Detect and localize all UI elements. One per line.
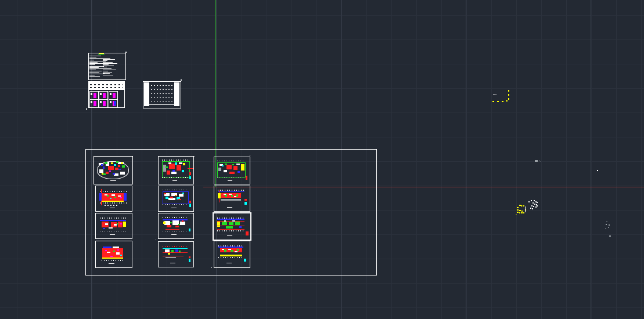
plan-element-m xyxy=(120,223,122,224)
plan-element-k xyxy=(166,257,176,258)
plan-element-w xyxy=(234,196,237,197)
plan-element-r xyxy=(189,256,191,258)
plan-element-tw xyxy=(217,230,244,231)
plan-element-w xyxy=(171,172,177,173)
stray-mark xyxy=(533,202,534,204)
notes-text-line xyxy=(103,62,113,63)
unit-cell xyxy=(99,99,108,108)
sheet-plan-04[interactable] xyxy=(95,186,132,212)
unit-cell-mark xyxy=(100,101,102,103)
sheet-plan-11[interactable] xyxy=(158,241,194,267)
unit-cell-blue-mark xyxy=(114,101,116,106)
notes-sheet[interactable] xyxy=(88,53,126,80)
notes-accent-green xyxy=(98,54,105,55)
plan-element-tw xyxy=(218,190,244,191)
stray-mark xyxy=(156,240,156,240)
plan-element-b xyxy=(218,191,244,192)
plan-element-b xyxy=(172,170,175,172)
plan-element-y xyxy=(218,193,221,198)
plan-element-w xyxy=(116,252,120,255)
plan-element-g xyxy=(170,222,172,223)
plan-element-tw xyxy=(163,190,188,191)
stray-mark xyxy=(211,267,212,268)
unit-cell xyxy=(89,99,99,108)
schedule-row-dashes xyxy=(151,102,173,102)
unit-cell-mark xyxy=(91,93,92,95)
plan-element-w xyxy=(235,251,238,252)
notes-text-line xyxy=(89,71,102,71)
notes-text-line xyxy=(103,75,113,75)
sheet-plan-09[interactable] xyxy=(213,212,251,241)
plan-element-tw xyxy=(218,245,243,246)
plan-element-tw xyxy=(217,177,245,178)
plan-element-w xyxy=(120,172,125,175)
schedule-row-dashes xyxy=(151,93,173,94)
unit-cell-highlight xyxy=(103,101,106,106)
plan-element-g xyxy=(117,223,118,225)
plan-element-g xyxy=(224,249,226,252)
model-space-viewport[interactable] xyxy=(0,0,644,319)
plan-element-r xyxy=(189,172,192,175)
sheet-plan-08[interactable] xyxy=(158,213,194,239)
plan-element-y xyxy=(121,162,123,164)
plan-element-tw xyxy=(217,217,244,219)
plan-element-r xyxy=(233,166,238,170)
sheet-plan-05[interactable] xyxy=(158,186,194,212)
notes-text-line xyxy=(89,62,98,63)
sheet-plan-03[interactable] xyxy=(214,157,250,184)
stray-mark xyxy=(519,212,520,213)
plan-element-tw xyxy=(163,231,188,232)
plan-element-y xyxy=(123,222,126,227)
plan-element-y xyxy=(102,173,103,174)
plan-element-r xyxy=(226,165,232,169)
notes-text-line xyxy=(103,67,107,67)
schedule-table[interactable] xyxy=(143,81,181,108)
plan-element-b xyxy=(100,220,126,222)
plan-element-w xyxy=(105,194,107,195)
sheet-plan-07[interactable] xyxy=(95,213,132,239)
stray-mark xyxy=(195,156,195,157)
plan-element-g xyxy=(235,222,240,225)
stray-mark xyxy=(519,210,521,211)
plan-element-m xyxy=(110,256,113,257)
plan-element-w xyxy=(168,162,171,164)
notes-text-line xyxy=(89,70,96,70)
plan-element-c xyxy=(120,255,122,256)
plan-element-tw xyxy=(217,161,245,162)
plan-element-g xyxy=(105,162,107,164)
sheet-plan-12[interactable] xyxy=(214,241,250,268)
plan-element-w xyxy=(224,220,226,222)
plan-element-r xyxy=(166,229,179,230)
notes-text-line xyxy=(89,56,101,56)
unit-cell-mark xyxy=(100,93,102,95)
plan-element-r xyxy=(182,220,184,222)
plan-element-g xyxy=(226,226,232,229)
plan-element-tw xyxy=(100,202,127,204)
notes-text-line xyxy=(103,68,111,69)
unit-plans-sheet[interactable] xyxy=(88,81,125,108)
plan-element-tw xyxy=(102,260,124,261)
plan-element-c xyxy=(244,202,247,205)
plan-element-r xyxy=(164,193,166,194)
stray-mark xyxy=(531,200,532,201)
plan-element-r xyxy=(175,226,179,227)
notes-text-line xyxy=(89,76,100,77)
sheet-plan-10[interactable] xyxy=(95,241,132,268)
stray-mark xyxy=(608,227,609,228)
plan-element-k xyxy=(218,168,221,171)
plan-element-xw xyxy=(105,205,119,205)
schedule-right-band xyxy=(174,82,179,106)
stray-mark xyxy=(535,160,538,162)
notes-text-line xyxy=(89,72,99,73)
sheet-plan-06[interactable] xyxy=(214,186,250,212)
plan-element-m xyxy=(120,197,122,198)
plan-element-w xyxy=(227,235,232,236)
units-header-dashes xyxy=(90,84,123,85)
sheet-plan-01[interactable] xyxy=(93,156,133,184)
cad-application-window xyxy=(0,0,644,319)
stray-mark xyxy=(523,205,524,206)
plan-element-g xyxy=(113,251,115,252)
sheet-plan-02[interactable] xyxy=(158,156,194,184)
plan-element-w xyxy=(171,208,177,208)
notes-text-line xyxy=(103,59,115,60)
